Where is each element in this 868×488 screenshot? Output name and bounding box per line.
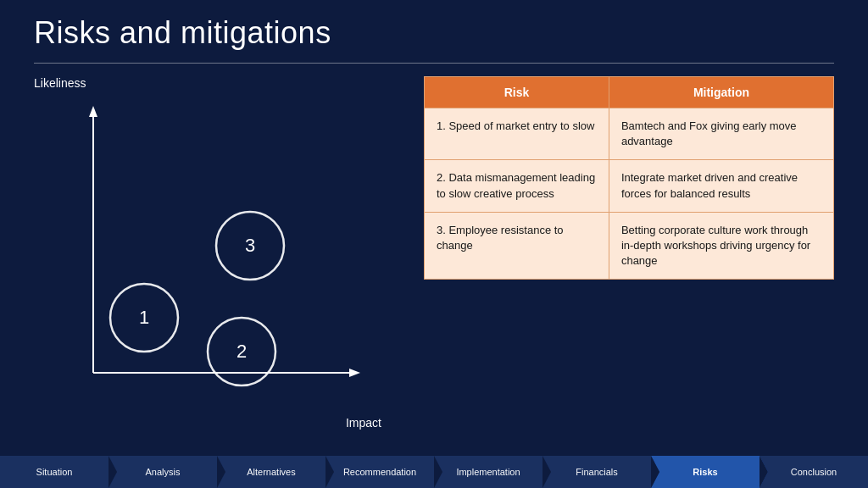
mitigation-cell: Betting corporate culture work through i… (609, 212, 833, 280)
svg-marker-1 (89, 106, 97, 117)
svg-text:1: 1 (139, 307, 149, 328)
nav-label: Recommendation (343, 467, 416, 477)
mitigation-cell: Bamtech and Fox giving early move advant… (609, 108, 833, 160)
table-area: Risk Mitigation 1. Speed of market entry… (424, 72, 834, 445)
mitigation-column-header: Mitigation (609, 77, 833, 108)
page-title: Risks and mitigations (34, 15, 834, 51)
table-row: 1. Speed of market entry to slowBamtech … (425, 108, 834, 160)
risk-column-header: Risk (425, 77, 609, 108)
mitigation-cell: Integrate market driven and creative for… (609, 160, 833, 212)
risk-cell: 2. Data mismanagement leading to slow cr… (425, 160, 609, 212)
nav-item-risks[interactable]: Risks (651, 456, 760, 488)
nav-label: Alternatives (247, 467, 295, 477)
nav-item-situation[interactable]: Situation (0, 456, 108, 488)
scatter-chart: 1 2 3 (42, 97, 381, 419)
nav-item-recommendation[interactable]: Recommendation (326, 456, 434, 488)
nav-item-implementation[interactable]: Implementation (434, 456, 542, 488)
svg-marker-3 (349, 369, 360, 377)
svg-text:2: 2 (236, 341, 247, 362)
nav-label: Risks (693, 467, 717, 477)
chart-area: Likeliness Impact 1 2 3 (34, 72, 407, 445)
main-content: Likeliness Impact 1 2 3 R (0, 64, 868, 453)
risk-mitigation-table: Risk Mitigation 1. Speed of market entry… (424, 76, 834, 280)
risk-cell: 1. Speed of market entry to slow (425, 108, 609, 160)
nav-item-analysis[interactable]: Analysis (108, 456, 217, 488)
nav-item-conclusion[interactable]: Conclusion (760, 456, 868, 488)
nav-item-alternatives[interactable]: Alternatives (217, 456, 326, 488)
nav-label: Conclusion (791, 467, 837, 477)
nav-label: Financials (576, 467, 618, 477)
y-axis-label: Likeliness (34, 76, 86, 90)
svg-text:3: 3 (245, 235, 255, 256)
bottom-nav: SituationAnalysisAlternativesRecommendat… (0, 456, 868, 488)
nav-label: Implementation (456, 467, 520, 477)
table-row: 3. Employee resistance to changeBetting … (425, 212, 834, 280)
header: Risks and mitigations (0, 0, 868, 58)
table-row: 2. Data mismanagement leading to slow cr… (425, 160, 834, 212)
nav-label: Situation (36, 467, 73, 477)
nav-label: Analysis (146, 467, 181, 477)
risk-cell: 3. Employee resistance to change (425, 212, 609, 280)
nav-item-financials[interactable]: Financials (542, 456, 651, 488)
